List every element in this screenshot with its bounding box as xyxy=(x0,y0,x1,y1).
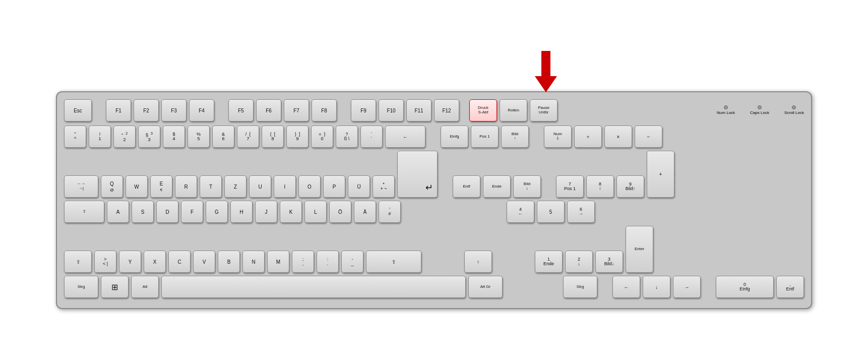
key-f8[interactable]: F8 xyxy=(312,99,337,122)
key-left[interactable]: ← xyxy=(612,276,640,298)
key-e[interactable]: E€ xyxy=(150,175,172,198)
key-win[interactable]: ⊞ xyxy=(101,276,129,298)
key-num-0[interactable]: 0 Einfg xyxy=(716,276,774,298)
key-capslock[interactable]: ⇪ xyxy=(64,201,104,223)
key-n[interactable]: N xyxy=(242,251,265,273)
key-j[interactable]: J xyxy=(255,201,277,223)
key-z[interactable]: Z xyxy=(224,175,246,198)
key-r[interactable]: R xyxy=(175,175,197,198)
key-caret[interactable]: ° ^ xyxy=(64,126,86,148)
key-i[interactable]: I xyxy=(274,175,296,198)
key-c[interactable]: C xyxy=(168,251,191,273)
key-print[interactable]: DruckS-Abf xyxy=(469,99,497,122)
key-0[interactable]: = } 0 xyxy=(311,126,333,148)
key-9[interactable]: ) ] 9 xyxy=(286,126,308,148)
key-num-6[interactable]: 6 → xyxy=(567,201,595,223)
key-hash[interactable]: ' # xyxy=(379,201,401,223)
key-angle[interactable]: > < | xyxy=(94,251,116,273)
key-space[interactable] xyxy=(161,276,466,298)
key-shift-left[interactable]: ⇧ xyxy=(64,251,92,273)
key-acute[interactable]: ` ´ xyxy=(360,126,383,148)
key-enter[interactable]: ↵ xyxy=(397,151,438,198)
key-f12[interactable]: F12 xyxy=(434,99,459,122)
key-f10[interactable]: F10 xyxy=(379,99,404,122)
key-num-lock[interactable]: Num⇩ xyxy=(544,126,572,148)
key-b[interactable]: B xyxy=(218,251,240,273)
key-num-9[interactable]: 9 Bild↑ xyxy=(616,175,644,198)
key-s[interactable]: S xyxy=(132,201,154,223)
key-alt-gr[interactable]: Alt Gr xyxy=(468,276,503,298)
key-tab[interactable]: ←→→| xyxy=(64,175,98,198)
key-p[interactable]: P xyxy=(323,175,345,198)
key-f9[interactable]: F9 xyxy=(351,99,376,122)
key-right[interactable]: → xyxy=(673,276,701,298)
key-dot[interactable]: : . xyxy=(317,251,339,273)
key-pgup[interactable]: Bild↑ xyxy=(501,126,529,148)
key-q[interactable]: Q@ xyxy=(101,175,123,198)
key-sz[interactable]: ? ß \ xyxy=(336,126,358,148)
key-8[interactable]: ( [ 8 xyxy=(262,126,284,148)
key-num-minus[interactable]: − xyxy=(635,126,662,148)
key-y[interactable]: Y xyxy=(119,251,141,273)
key-v[interactable]: V xyxy=(193,251,215,273)
key-f11[interactable]: F11 xyxy=(406,99,431,122)
key-up[interactable]: ↑ xyxy=(464,251,492,273)
key-f3[interactable]: F3 xyxy=(161,99,187,122)
key-num-enter[interactable]: Enter xyxy=(626,226,653,273)
key-f4[interactable]: F4 xyxy=(189,99,214,122)
key-d[interactable]: D xyxy=(156,201,178,223)
key-num-4[interactable]: 4 ← xyxy=(507,201,534,223)
key-pgdn[interactable]: Bild↓ xyxy=(513,175,541,198)
key-2[interactable]: " 2 2 xyxy=(113,126,136,148)
key-ctrl-right[interactable]: Strg xyxy=(563,276,597,298)
key-f5[interactable]: F5 xyxy=(228,99,254,122)
key-ae[interactable]: Ä xyxy=(354,201,376,223)
key-7[interactable]: / { 7 xyxy=(237,126,259,148)
key-l[interactable]: L xyxy=(304,201,327,223)
key-g[interactable]: G xyxy=(206,201,228,223)
key-t[interactable]: T xyxy=(200,175,222,198)
key-5[interactable]: % 5 xyxy=(188,126,210,148)
key-o[interactable]: O xyxy=(298,175,321,198)
key-f[interactable]: F xyxy=(181,201,203,223)
key-pause[interactable]: PauseUntbr xyxy=(530,99,557,122)
key-x[interactable]: X xyxy=(144,251,166,273)
key-num-7[interactable]: 7 Pos 1 xyxy=(556,175,584,198)
key-f6[interactable]: F6 xyxy=(256,99,281,122)
key-m[interactable]: M xyxy=(267,251,289,273)
key-f1[interactable]: F1 xyxy=(106,99,131,122)
key-k[interactable]: K xyxy=(280,201,302,223)
key-oe[interactable]: Ö xyxy=(329,201,351,223)
key-6[interactable]: & 6 xyxy=(212,126,234,148)
key-num-del[interactable]: , Entf xyxy=(776,276,804,298)
key-pos1[interactable]: Pos 1 xyxy=(471,126,499,148)
key-end[interactable]: Ende xyxy=(483,175,511,198)
key-f7[interactable]: F7 xyxy=(284,99,309,122)
key-num-2[interactable]: 2 ↓ xyxy=(565,251,593,273)
key-4[interactable]: $ 4 xyxy=(163,126,185,148)
key-num-3[interactable]: 3 Bild↓ xyxy=(595,251,623,273)
key-h[interactable]: H xyxy=(230,201,253,223)
key-plus[interactable]: * + ~ xyxy=(373,175,395,198)
key-num-1[interactable]: 1 Ende xyxy=(535,251,563,273)
key-shift-right[interactable]: ⇧ xyxy=(366,251,421,273)
key-ue[interactable]: Ü xyxy=(348,175,370,198)
key-esc[interactable]: Esc xyxy=(64,99,92,122)
key-1[interactable]: ! 1 xyxy=(89,126,111,148)
key-alt-left[interactable]: Alt xyxy=(131,276,159,298)
key-comma[interactable]: ; , xyxy=(292,251,314,273)
key-insert[interactable]: Einfg xyxy=(441,126,468,148)
key-num-8[interactable]: 8 ↑ xyxy=(586,175,614,198)
key-f2[interactable]: F2 xyxy=(134,99,159,122)
key-3[interactable]: § 3 3 xyxy=(138,126,160,148)
key-num-5[interactable]: 5 xyxy=(537,201,565,223)
key-ctrl-left[interactable]: Strg xyxy=(64,276,98,298)
key-a[interactable]: A xyxy=(107,201,129,223)
key-scroll[interactable]: Rollen xyxy=(500,99,527,122)
key-dash[interactable]: - _ xyxy=(341,251,363,273)
key-num-mul[interactable]: × xyxy=(604,126,632,148)
key-num-plus[interactable]: + xyxy=(647,151,674,198)
key-down[interactable]: ↓ xyxy=(643,276,670,298)
key-num-div[interactable]: ÷ xyxy=(574,126,602,148)
key-w[interactable]: W xyxy=(126,175,148,198)
